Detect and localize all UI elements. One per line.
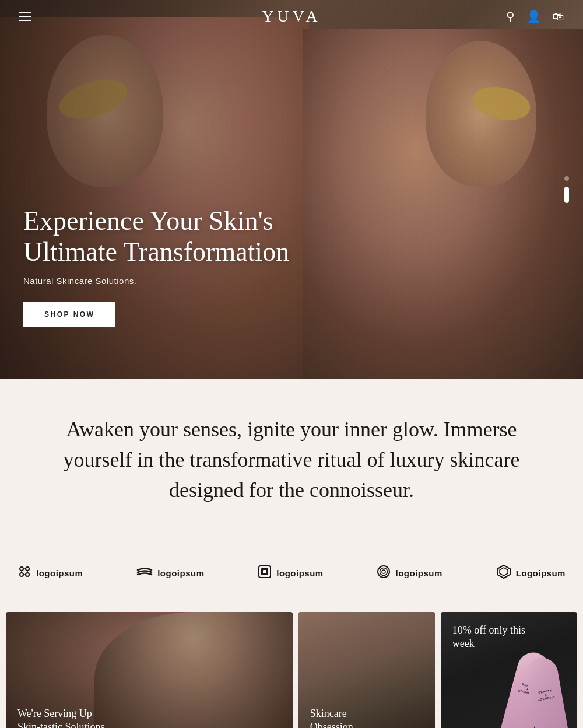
- search-icon[interactable]: ⚲: [506, 10, 515, 22]
- svg-rect-10: [263, 570, 266, 573]
- brand-logo-3: logoipsum: [258, 565, 323, 582]
- account-icon[interactable]: 👤: [526, 10, 541, 22]
- svg-point-3: [26, 573, 29, 576]
- svg-point-13: [382, 570, 385, 573]
- brand-name-4: logoipsum: [395, 568, 442, 578]
- brands-row: logoipsum logoipsum logoipsum: [0, 564, 583, 612]
- brand-icon-4: [377, 565, 391, 582]
- brand-icon-2: [136, 566, 153, 581]
- card-skincare-obsession[interactable]: SkincareObsession: [298, 612, 435, 728]
- card-2-content: SkincareObsession: [298, 696, 365, 728]
- brand-icon-5: [496, 564, 511, 583]
- brand-name-2: logoipsum: [157, 568, 204, 578]
- card-3-content: 10% off only thisweek: [452, 624, 525, 651]
- card-skin-solutions[interactable]: We're Serving UpSkin-tastic Solutions.: [6, 612, 293, 728]
- brand-name-1: logoipsum: [36, 568, 83, 578]
- card-1-content: We're Serving UpSkin-tastic Solutions.: [6, 696, 119, 728]
- brand-logo-2: logoipsum: [136, 566, 204, 581]
- svg-point-12: [380, 568, 388, 575]
- brand-logo-4: logoipsum: [377, 565, 442, 582]
- tagline-section: Awaken your senses, ignite your inner gl…: [0, 379, 583, 564]
- scroll-dot-1: [564, 176, 569, 181]
- card-1-label: We're Serving UpSkin-tastic Solutions.: [17, 707, 107, 728]
- svg-point-0: [20, 567, 23, 570]
- tube-2-label: BEAUTY&COSMETIC: [536, 688, 555, 701]
- tagline-text: Awaken your senses, ignite your inner gl…: [58, 414, 525, 506]
- brand-icon-3: [258, 565, 272, 582]
- scroll-dot-2: [564, 187, 569, 203]
- svg-point-1: [26, 567, 29, 570]
- menu-toggle[interactable]: [19, 12, 31, 21]
- card-3-label: 10% off only thisweek: [452, 624, 525, 651]
- brand-name-3: logoipsum: [276, 568, 323, 578]
- brand-logo-1: logoipsum: [17, 565, 83, 582]
- brand-logo-5: Logoipsum: [496, 564, 566, 583]
- cart-icon[interactable]: 🛍: [553, 10, 564, 22]
- cards-section: We're Serving UpSkin-tastic Solutions. S…: [0, 612, 583, 728]
- svg-marker-15: [500, 568, 508, 576]
- brand-name-5: Logoipsum: [516, 568, 566, 578]
- site-header: YUVA ⚲ 👤 🛍: [0, 0, 583, 33]
- hero-content: Experience Your Skin's Ultimate Transfor…: [23, 206, 350, 327]
- brand-icon-1: [17, 565, 31, 582]
- hero-subtitle: Natural Skincare Solutions.: [23, 276, 350, 286]
- scroll-indicator: [564, 176, 569, 203]
- hero-section: Experience Your Skin's Ultimate Transfor…: [0, 0, 583, 379]
- card-2-label: SkincareObsession: [310, 707, 353, 728]
- hero-cta-button[interactable]: SHOP NOW: [23, 302, 115, 327]
- hero-title: Experience Your Skin's Ultimate Transfor…: [23, 206, 350, 268]
- svg-point-2: [20, 573, 23, 576]
- site-logo[interactable]: YUVA: [262, 7, 321, 26]
- card-discount[interactable]: BEAUTY&COSMETIC BEAUTY&COSMETIC 10% off …: [441, 612, 577, 728]
